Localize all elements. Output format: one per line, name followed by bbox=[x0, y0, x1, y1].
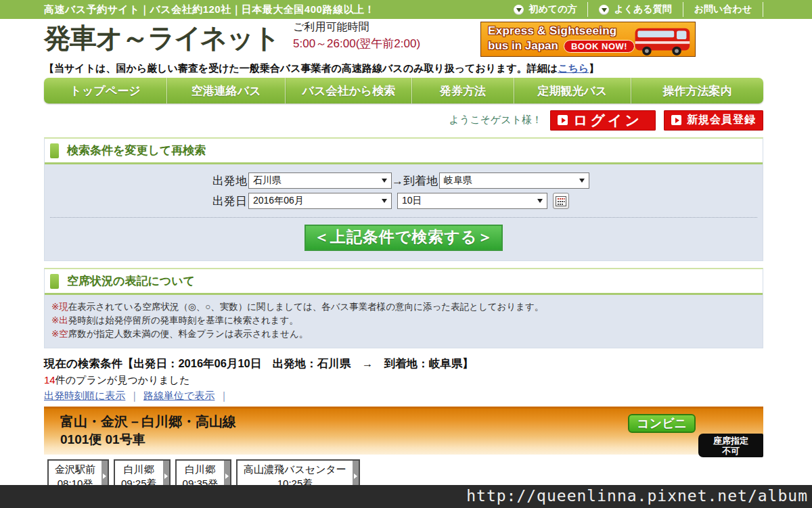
legend-note: ※出発時刻は始発停留所の発車時刻を基準に検索されます。 bbox=[51, 314, 756, 327]
login-button[interactable]: ログイン bbox=[550, 110, 656, 131]
day-value: 10日 bbox=[402, 195, 533, 207]
month-value: 2016年06月 bbox=[253, 195, 378, 207]
search-panel-header: 検索条件を変更して再検索 bbox=[45, 139, 763, 164]
service-hours-value: 5:00～26:00(翌午前2:00) bbox=[293, 36, 420, 51]
section-bullet bbox=[50, 274, 59, 289]
search-panel: 検索条件を変更して再検索 出発地 石川県 →到着地 岐阜県 出発日 bbox=[44, 137, 763, 261]
convenience-store-button[interactable]: コンビニ bbox=[628, 414, 696, 433]
legend-note: ※空席数が指定人数未満の便、料金プランは表示されません。 bbox=[51, 327, 756, 341]
calendar-icon bbox=[556, 195, 566, 206]
welcome-message: ようこそゲスト様！ bbox=[449, 114, 542, 126]
site-disclaimer: 【当サイトは、国から厳しい審査を受けた一般乗合バス事業者の高速路線バスのみ取り扱… bbox=[44, 62, 763, 75]
caret-down-icon bbox=[382, 199, 387, 203]
nav-item-search-by-company[interactable]: バス会社から検索 bbox=[285, 78, 411, 103]
stop-name: 白川郷 bbox=[183, 462, 219, 476]
arrival-select[interactable]: 岐阜県 bbox=[439, 172, 589, 189]
sort-separator: ｜ bbox=[219, 390, 229, 401]
ad-banner-line1: Express & Sightseeing bbox=[488, 24, 635, 38]
route-result-card: 富山・金沢－白川郷・高山線 0101便 01号車 コンビニ 座席指定 不可 金沢… bbox=[44, 407, 763, 493]
seat-badge-line2: 不可 bbox=[722, 446, 740, 456]
content-shell: 発車オ～ライネット ご利用可能時間 5:00～26:00(翌午前2:00) Ex… bbox=[44, 19, 763, 493]
watermark-url: http://queenlinna.pixnet.net/album bbox=[0, 485, 812, 508]
arrival-label: →到着地 bbox=[392, 173, 438, 189]
legend-panel-header: 空席状況の表記について bbox=[45, 269, 763, 295]
topbar-link-label: 初めての方 bbox=[528, 3, 577, 16]
arrow-right-icon bbox=[558, 115, 568, 125]
seat-badge-line1: 座席指定 bbox=[713, 436, 748, 446]
search-panel-title: 検索条件を変更して再検索 bbox=[67, 143, 206, 158]
ad-banner-text: Express & Sightseeing bus in Japan BOOK … bbox=[488, 24, 635, 53]
date-label: 出発日 bbox=[212, 193, 247, 209]
topbar-link-faq[interactable]: よくある質問 bbox=[588, 0, 682, 19]
search-form: 出発地 石川県 →到着地 岐阜県 出発日 2016年06月 bbox=[45, 164, 763, 260]
search-button[interactable]: ＜上記条件で検索する＞ bbox=[304, 225, 503, 251]
caret-down-icon bbox=[537, 199, 543, 203]
topbar-link-contact[interactable]: お問い合わせ bbox=[683, 0, 763, 19]
route-row: 出発地 石川県 →到着地 岐阜県 bbox=[212, 172, 763, 189]
topbar-menu: 初めての方 よくある質問 お問い合わせ bbox=[503, 0, 763, 19]
chevron-down-circle-icon bbox=[514, 5, 524, 15]
stop-name: 白川郷 bbox=[121, 462, 157, 476]
result-count-number: 14 bbox=[44, 374, 55, 386]
availability-legend-panel: 空席状況の表記について ※現在表示されている空席状況（◎、○、実数）に関しまして… bbox=[44, 268, 763, 348]
site-logo[interactable]: 発車オ～ライネット bbox=[44, 24, 279, 51]
ad-banner[interactable]: Express & Sightseeing bus in Japan BOOK … bbox=[480, 22, 696, 57]
site-tagline: 高速バス予約サイト｜バス会社約120社｜日本最大全国400路線以上！ bbox=[0, 3, 375, 16]
legend-notes: ※現在表示されている空席状況（◎、○、実数）に関しましては、各バス事業者様の意向… bbox=[45, 295, 763, 348]
site-header: 発車オ～ライネット ご利用可能時間 5:00～26:00(翌午前2:00) Ex… bbox=[44, 19, 763, 61]
nav-item-airport-bus[interactable]: 空港連絡バス bbox=[166, 78, 285, 103]
topbar-link-label: よくある質問 bbox=[614, 3, 671, 16]
disclaimer-text: 【当サイトは、国から厳しい審査を受けた一般乗合バス事業者の高速路線バスのみ取り扱… bbox=[44, 62, 558, 74]
nav-item-sightseeing-bus[interactable]: 定期観光バス bbox=[514, 78, 631, 103]
stop-name: 高山濃飛バスセンター bbox=[244, 462, 346, 476]
result-count-suffix: 件のプランが見つかりました bbox=[55, 374, 190, 386]
month-select[interactable]: 2016年06月 bbox=[248, 193, 392, 209]
departure-value: 石川県 bbox=[253, 175, 378, 187]
chevron-down-circle-icon bbox=[599, 5, 609, 15]
departure-label: 出発地 bbox=[212, 173, 247, 189]
stop-name: 金沢駅前 bbox=[55, 462, 95, 476]
nav-item-ticketing[interactable]: 発券方法 bbox=[411, 78, 513, 103]
nav-item-how-to-use[interactable]: 操作方法案内 bbox=[631, 78, 763, 103]
arrival-value: 岐阜県 bbox=[444, 175, 575, 187]
section-bullet bbox=[50, 143, 59, 158]
seat-assignment-badge: 座席指定 不可 bbox=[698, 434, 763, 457]
topbar-divider bbox=[763, 2, 763, 17]
page: 高速バス予約サイト｜バス会社約120社｜日本最大全国400路線以上！ 初めての方… bbox=[0, 0, 812, 508]
topbar: 高速バス予約サイト｜バス会社約120社｜日本最大全国400路線以上！ 初めての方… bbox=[0, 0, 812, 19]
book-now-button[interactable]: BOOK NOW! bbox=[564, 40, 635, 53]
bus-icon bbox=[629, 24, 694, 57]
service-hours: ご利用可能時間 5:00～26:00(翌午前2:00) bbox=[293, 20, 420, 51]
legend-panel-title: 空席状況の表記について bbox=[67, 273, 195, 289]
service-hours-label: ご利用可能時間 bbox=[293, 20, 420, 34]
route-service-number: 0101便 01号車 bbox=[60, 431, 763, 448]
login-button-label: ログイン bbox=[573, 111, 642, 130]
topbar-link-label: お問い合わせ bbox=[694, 3, 752, 16]
main-nav: トップページ 空港連絡バス バス会社から検索 発券方法 定期観光バス 操作方法案… bbox=[44, 78, 763, 103]
caret-down-icon bbox=[382, 179, 387, 183]
caret-down-icon bbox=[579, 179, 585, 183]
day-select[interactable]: 10日 bbox=[397, 193, 547, 209]
disclaimer-detail-link[interactable]: こちら bbox=[558, 62, 589, 74]
topbar-link-first-time[interactable]: 初めての方 bbox=[503, 0, 587, 19]
arrow-right-icon bbox=[671, 115, 681, 125]
result-count: 14件のプランが見つかりました bbox=[44, 374, 763, 387]
nav-item-top-page[interactable]: トップページ bbox=[44, 78, 166, 103]
sort-separator: ｜ bbox=[129, 390, 139, 401]
register-button-label: 新規会員登録 bbox=[687, 113, 756, 127]
search-button-row: ＜上記条件で検索する＞ bbox=[45, 218, 763, 260]
route-header: 富山・金沢－白川郷・高山線 0101便 01号車 コンビニ 座席指定 不可 bbox=[44, 407, 763, 455]
register-button[interactable]: 新規会員登録 bbox=[664, 110, 763, 131]
ad-banner-line2: bus in Japan bbox=[488, 39, 558, 53]
legend-note: ※現在表示されている空席状況（◎、○、実数）に関しましては、各バス事業者様の意向… bbox=[51, 300, 756, 314]
departure-select[interactable]: 石川県 bbox=[248, 172, 392, 189]
calendar-button[interactable] bbox=[553, 193, 569, 209]
sort-by-route-link[interactable]: 路線単位で表示 bbox=[143, 390, 215, 401]
current-search-conditions: 現在の検索条件【出発日：2016年06月10日 出発地：石川県 → 到着地：岐阜… bbox=[44, 356, 763, 371]
date-row: 出発日 2016年06月 10日 bbox=[212, 193, 763, 209]
sort-by-departure-time-link[interactable]: 出発時刻順に表示 bbox=[44, 390, 125, 401]
disclaimer-text-end: 】 bbox=[589, 62, 599, 74]
user-bar: ようこそゲスト様！ ログイン 新規会員登録 bbox=[44, 110, 763, 131]
sort-options: 出発時刻順に表示｜路線単位で表示｜ bbox=[44, 390, 763, 402]
